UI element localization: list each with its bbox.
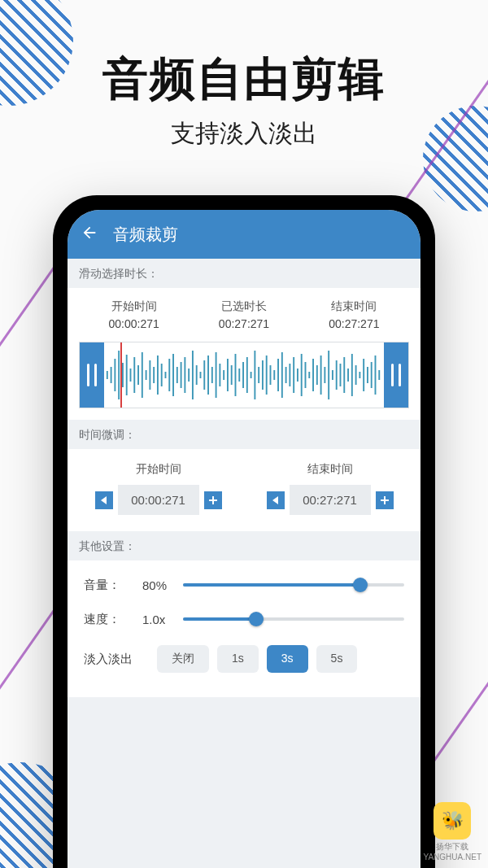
watermark: 🐝 扬华下载 YANGHUA.NET [424, 802, 482, 861]
waveform-canvas[interactable] [104, 342, 384, 408]
speed-label: 速度： [84, 612, 142, 627]
times-row: 开始时间 00:00:271 已选时长 00:27:271 结束时间 00:27… [79, 299, 409, 330]
triangle-left-icon [100, 496, 108, 504]
selected-duration-label: 已选时长 [189, 299, 298, 314]
end-time-stepper: 00:27:271 [267, 485, 394, 515]
finetune-start-label: 开始时间 [136, 462, 181, 477]
waveform-icon [104, 342, 384, 408]
selected-duration-value: 00:27:271 [189, 317, 298, 330]
hero-title: 音频自由剪辑 [0, 49, 488, 111]
start-decrease-button[interactable] [95, 491, 113, 509]
other-settings-panel: 音量： 80% 速度： 1.0x 淡入淡出 关闭1s3s5s [68, 560, 420, 697]
speed-value: 1.0x [142, 613, 183, 626]
end-decrease-button[interactable] [267, 491, 285, 509]
fade-label: 淡入淡出 [84, 652, 157, 667]
end-increase-button[interactable] [376, 491, 394, 509]
section-label-other: 其他设置： [68, 531, 420, 560]
volume-row: 音量： 80% [84, 577, 404, 593]
watermark-logo-icon: 🐝 [434, 802, 471, 840]
start-increase-button[interactable] [204, 491, 222, 509]
start-time-value: 00:00:271 [79, 317, 189, 330]
trim-handle-left[interactable] [80, 342, 104, 408]
playhead[interactable] [120, 342, 122, 408]
plus-icon [209, 496, 217, 504]
hero-subtitle: 支持淡入淡出 [0, 117, 488, 150]
start-time-col: 开始时间 00:00:271 [79, 299, 189, 330]
finetune-panel: 开始时间 00:00:271 结束时间 00:27: [68, 449, 420, 531]
finetune-end: 结束时间 00:27:271 [267, 462, 394, 515]
back-button[interactable] [81, 224, 98, 245]
app-bar-title: 音频裁剪 [113, 224, 178, 246]
waveform-selector[interactable] [79, 342, 409, 408]
volume-slider[interactable] [183, 577, 404, 593]
volume-value: 80% [142, 578, 183, 592]
hero: 音频自由剪辑 支持淡入淡出 [0, 0, 488, 150]
fade-option-5s[interactable]: 5s [316, 645, 358, 673]
volume-label: 音量： [84, 578, 142, 593]
fade-option-3s[interactable]: 3s [267, 645, 308, 673]
start-time-stepper: 00:00:271 [95, 485, 222, 515]
end-time-col: 结束时间 00:27:271 [299, 299, 409, 330]
duration-panel: 开始时间 00:00:271 已选时长 00:27:271 结束时间 00:27… [68, 288, 420, 420]
phone-frame: 音频裁剪 滑动选择时长： 开始时间 00:00:271 已选时长 00:27:2… [53, 195, 435, 868]
end-time-label: 结束时间 [299, 299, 409, 314]
finetune-end-value: 00:27:271 [290, 485, 371, 515]
watermark-url: YANGHUA.NET [424, 853, 482, 861]
speed-row: 速度： 1.0x [84, 611, 404, 627]
watermark-site: 扬华下载 [424, 841, 482, 853]
app-bar: 音频裁剪 [68, 210, 420, 259]
fade-row: 淡入淡出 关闭1s3s5s [84, 645, 404, 673]
finetune-end-label: 结束时间 [307, 462, 353, 477]
plus-icon [381, 496, 389, 504]
trim-handle-right[interactable] [384, 342, 408, 408]
speed-slider[interactable] [183, 611, 404, 627]
start-time-label: 开始时间 [79, 299, 189, 314]
fade-options: 关闭1s3s5s [157, 645, 357, 673]
fade-option-1s[interactable]: 1s [217, 645, 259, 673]
finetune-start-value: 00:00:271 [118, 485, 199, 515]
arrow-left-icon [81, 224, 98, 242]
triangle-left-icon [272, 496, 280, 504]
end-time-value: 00:27:271 [299, 317, 409, 330]
fade-option-关闭[interactable]: 关闭 [157, 645, 209, 673]
phone-screen: 音频裁剪 滑动选择时长： 开始时间 00:00:271 已选时长 00:27:2… [68, 210, 420, 868]
section-label-duration: 滑动选择时长： [68, 259, 420, 288]
selected-duration-col: 已选时长 00:27:271 [189, 299, 298, 330]
finetune-start: 开始时间 00:00:271 [95, 462, 222, 515]
section-label-finetune: 时间微调： [68, 420, 420, 449]
